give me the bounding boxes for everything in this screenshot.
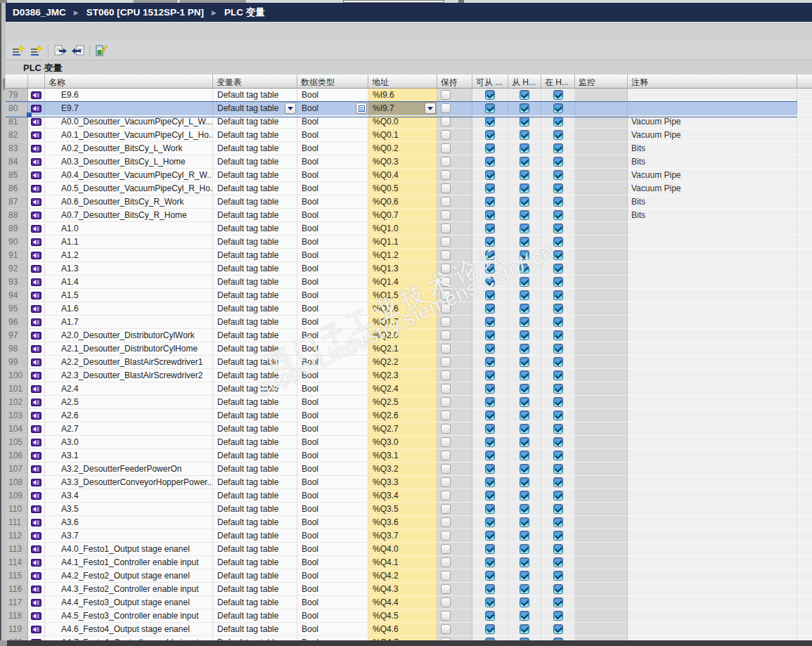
tag-table-cell[interactable]: Default tag table xyxy=(213,422,297,436)
tag-table-cell[interactable]: Default tag table xyxy=(213,169,297,182)
writable-checkbox-cell[interactable] xyxy=(508,596,541,609)
tag-table-cell[interactable]: Default tag table xyxy=(213,302,297,316)
writable-checkbox[interactable] xyxy=(520,437,529,447)
writable-checkbox-cell[interactable] xyxy=(508,476,541,489)
accessible-checkbox-cell[interactable] xyxy=(472,249,508,262)
comment-cell[interactable] xyxy=(628,262,797,276)
visible-checkbox[interactable] xyxy=(553,183,563,193)
writable-checkbox-cell[interactable] xyxy=(508,222,541,235)
visible-checkbox-cell[interactable] xyxy=(541,422,575,436)
retain-checkbox[interactable] xyxy=(441,103,451,113)
writable-checkbox-cell[interactable] xyxy=(508,155,541,169)
tag-table-cell[interactable]: Default tag table xyxy=(213,222,297,235)
tag-table-cell[interactable]: Default tag table xyxy=(213,503,297,516)
data-type-cell[interactable]: Bool xyxy=(297,209,368,222)
accessible-checkbox-cell[interactable] xyxy=(472,329,508,342)
accessible-checkbox-cell[interactable] xyxy=(472,302,508,316)
accessible-checkbox[interactable] xyxy=(485,290,495,300)
tag-name-cell[interactable]: A4.6_Festo4_Output stage enanel xyxy=(45,623,213,636)
visible-checkbox[interactable] xyxy=(553,397,563,407)
tag-table-cell[interactable]: Default tag table xyxy=(213,262,297,276)
writable-checkbox-cell[interactable] xyxy=(508,396,541,409)
table-row[interactable]: 91A1.2Default tag tableBool%Q1.2 xyxy=(6,249,812,262)
tag-name-cell[interactable]: A2.0_Desoutter_DistributorCylWork xyxy=(45,329,213,342)
comment-cell[interactable] xyxy=(628,329,797,342)
data-type-cell[interactable]: Bool xyxy=(297,623,368,636)
retain-checkbox[interactable] xyxy=(441,437,451,447)
retain-checkbox[interactable] xyxy=(441,237,451,247)
data-type-cell[interactable]: Bool xyxy=(297,102,368,115)
writable-checkbox-cell[interactable] xyxy=(508,115,541,129)
tag-name-cell[interactable]: A2.2_Desoutter_BlastAirScrewdriver1 xyxy=(45,356,213,369)
retain-checkbox-cell[interactable] xyxy=(437,329,472,342)
writable-checkbox[interactable] xyxy=(520,157,529,167)
visible-checkbox-cell[interactable] xyxy=(541,329,575,342)
visible-checkbox-cell[interactable] xyxy=(541,342,575,356)
comment-cell[interactable] xyxy=(628,556,797,569)
comment-cell[interactable] xyxy=(628,476,797,489)
tag-name-cell[interactable]: A3.1 xyxy=(45,449,213,463)
visible-checkbox-cell[interactable] xyxy=(541,222,575,235)
data-type-cell[interactable]: Bool xyxy=(297,583,368,596)
comment-cell[interactable]: Vacuum Pipe xyxy=(628,182,797,195)
address-cell[interactable]: %Q2.4 xyxy=(368,382,437,396)
visible-checkbox-cell[interactable] xyxy=(541,276,575,289)
retain-checkbox-cell[interactable] xyxy=(437,129,472,142)
writable-checkbox-cell[interactable] xyxy=(508,316,541,329)
data-type-cell[interactable]: Bool xyxy=(297,503,368,516)
visible-checkbox[interactable] xyxy=(553,584,563,594)
accessible-checkbox[interactable] xyxy=(485,157,495,167)
visible-checkbox[interactable] xyxy=(553,504,563,514)
accessible-checkbox[interactable] xyxy=(485,170,495,180)
comment-cell[interactable] xyxy=(628,463,797,476)
accessible-checkbox[interactable] xyxy=(485,344,495,354)
tag-table-cell[interactable]: Default tag table xyxy=(213,396,297,409)
retain-checkbox-cell[interactable] xyxy=(437,115,472,129)
tag-table-cell[interactable]: Default tag table xyxy=(213,249,297,262)
visible-checkbox[interactable] xyxy=(553,544,563,554)
visible-checkbox-cell[interactable] xyxy=(541,409,575,422)
accessible-checkbox[interactable] xyxy=(485,183,495,193)
tag-table-cell[interactable]: Default tag table xyxy=(213,195,297,209)
visible-checkbox[interactable] xyxy=(553,491,563,500)
writable-checkbox[interactable] xyxy=(520,531,529,541)
data-type-cell[interactable]: Bool xyxy=(297,529,368,543)
address-cell[interactable]: %Q2.5 xyxy=(368,396,437,409)
comment-cell[interactable]: Vacuum Pipe xyxy=(628,169,797,182)
visible-checkbox[interactable] xyxy=(553,424,563,434)
accessible-checkbox[interactable] xyxy=(485,330,495,340)
writable-checkbox-cell[interactable] xyxy=(508,102,541,115)
retain-checkbox[interactable] xyxy=(441,130,451,140)
accessible-checkbox-cell[interactable] xyxy=(472,182,508,195)
accessible-checkbox-cell[interactable] xyxy=(472,476,508,489)
retain-checkbox[interactable] xyxy=(441,357,451,367)
accessible-checkbox-cell[interactable] xyxy=(472,382,508,396)
visible-checkbox[interactable] xyxy=(553,384,563,394)
data-type-cell[interactable]: Bool xyxy=(297,436,368,449)
address-cell[interactable]: %Q3.0 xyxy=(368,436,437,449)
accessible-checkbox-cell[interactable] xyxy=(472,596,508,609)
comment-cell[interactable] xyxy=(628,422,797,436)
retain-checkbox-cell[interactable] xyxy=(437,356,472,369)
writable-checkbox[interactable] xyxy=(520,277,529,287)
address-cell[interactable]: %Q2.3 xyxy=(368,369,437,382)
accessible-checkbox[interactable] xyxy=(485,277,495,287)
retain-checkbox-cell[interactable] xyxy=(437,422,472,436)
retain-checkbox-cell[interactable] xyxy=(437,449,472,463)
retain-checkbox-cell[interactable] xyxy=(437,436,472,449)
table-row[interactable]: 109A3.4Default tag tableBool%Q3.4 xyxy=(6,489,812,503)
dropdown-button[interactable] xyxy=(285,103,296,114)
tag-name-cell[interactable]: A2.6 xyxy=(45,409,213,422)
accessible-checkbox-cell[interactable] xyxy=(472,129,508,142)
dropdown-button[interactable] xyxy=(425,103,436,114)
table-row[interactable]: 92A1.3Default tag tableBool%Q1.3 xyxy=(6,262,812,276)
tag-name-cell[interactable]: A0.1_Desoutter_VacuumPipeCyl_L_Ho... xyxy=(45,129,213,142)
visible-checkbox-cell[interactable] xyxy=(541,235,575,249)
header-tag-table[interactable]: 变量表 xyxy=(213,75,297,89)
address-cell[interactable]: %Q0.1 xyxy=(368,129,437,142)
accessible-checkbox[interactable] xyxy=(485,411,495,420)
comment-cell[interactable] xyxy=(628,569,797,583)
visible-checkbox[interactable] xyxy=(553,130,563,140)
address-cell[interactable]: %Q4.5 xyxy=(368,609,437,623)
table-row[interactable]: 95A1.6Default tag tableBool%Q1.6 xyxy=(6,302,812,316)
